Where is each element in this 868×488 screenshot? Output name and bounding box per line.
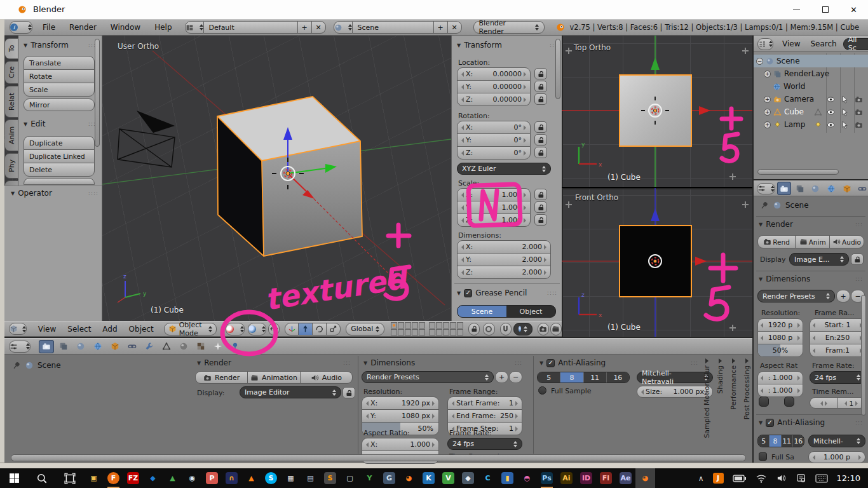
preset-add-button[interactable]: + <box>836 290 850 302</box>
rotation-y-field[interactable]: Y:0° <box>458 134 530 146</box>
aa-panel-header[interactable]: Anti-Aliasing::: <box>759 418 863 427</box>
rotation-mode-dropdown[interactable]: XYZ Euler <box>457 163 551 175</box>
duplicate-button[interactable]: Duplicate <box>24 137 94 149</box>
tray-expand-chevron[interactable]: ∧ <box>698 474 704 483</box>
snap-toggle-button[interactable] <box>500 323 512 336</box>
render-engine-selector[interactable]: Blender Render <box>473 21 545 34</box>
toolshelf-tab-animation[interactable]: Anim <box>5 119 18 151</box>
scale-x-lock[interactable] <box>534 189 547 200</box>
display-dropdown[interactable]: Image Editor <box>240 386 341 398</box>
panel-operator-header[interactable]: Operator:::: <box>11 189 98 198</box>
render-border-button[interactable] <box>483 323 494 336</box>
toolshelf-tab-create[interactable]: Cre <box>5 61 18 84</box>
scale-y-lock[interactable] <box>534 201 547 213</box>
rotate-button[interactable]: Rotate <box>24 70 94 83</box>
manipulator-rotate-button[interactable] <box>313 323 327 336</box>
render-panel-header[interactable]: Render::: <box>197 358 351 367</box>
taskbar-app-file-explorer[interactable]: ▣ <box>84 468 104 488</box>
viewport-camera-object[interactable] <box>118 111 175 167</box>
taskbar-app-steam[interactable]: ◉ <box>182 468 202 488</box>
taskbar-clock[interactable]: 12:10 <box>837 473 860 483</box>
scene-delete-button[interactable]: ✕ <box>448 21 462 34</box>
tab-render-layers[interactable] <box>793 182 807 195</box>
tray-battery-icon[interactable] <box>733 474 747 483</box>
render-panel-header[interactable]: Render::: <box>759 220 863 229</box>
tray-keyboard-icon[interactable] <box>815 474 828 483</box>
transform-orientation-dropdown[interactable]: Global <box>346 323 384 336</box>
layout-browse-button[interactable] <box>185 21 204 34</box>
location-y-lock[interactable] <box>534 81 547 92</box>
expand-icon[interactable]: + <box>764 121 771 128</box>
menu-window[interactable]: Window <box>108 23 143 32</box>
res-y-field[interactable]: 1080 p <box>758 332 803 344</box>
panel-performance[interactable]: Performance <box>728 358 740 454</box>
taskbar-app-firefox[interactable]: F <box>104 468 123 488</box>
scale-y-field[interactable]: Y:1.000 <box>458 201 530 214</box>
time-old-field[interactable] <box>810 398 837 409</box>
taskbar-app-calculator[interactable]: ▦ <box>281 468 301 488</box>
expand-icon[interactable]: + <box>764 96 771 103</box>
menu-file[interactable]: File <box>40 23 58 32</box>
border-checkbox[interactable] <box>759 396 769 407</box>
location-z-field[interactable]: Z:0.00000 <box>458 93 530 105</box>
taskbar-app-indesign[interactable]: ID <box>576 468 596 488</box>
tray-volume-icon[interactable] <box>776 473 787 483</box>
crop-checkbox[interactable] <box>784 396 794 407</box>
tab-data[interactable] <box>159 340 174 353</box>
collapse-icon[interactable]: − <box>756 58 763 65</box>
display-lock[interactable] <box>851 254 864 265</box>
tab-constraints[interactable] <box>855 182 868 195</box>
taskbar-app-media-app[interactable]: Y <box>360 468 379 488</box>
scale-x-field[interactable]: X:1.000 <box>458 189 530 201</box>
aa-samples-11[interactable]: 11 <box>782 435 792 447</box>
taskbar-app-c-app[interactable]: C <box>478 468 498 488</box>
menu-render[interactable]: Render <box>67 23 99 32</box>
view-menu[interactable]: View <box>36 325 58 334</box>
rotation-z-field[interactable]: Z:0° <box>458 147 530 159</box>
mirror-button[interactable]: Mirror <box>24 98 95 111</box>
taskbar-app-password-app[interactable]: ∩ <box>222 468 241 488</box>
tab-material[interactable] <box>176 340 191 353</box>
opengl-animation-button[interactable] <box>550 323 562 336</box>
pin-icon[interactable] <box>10 359 23 372</box>
viewport-shading-dropdown[interactable] <box>226 323 244 336</box>
tab-modifiers[interactable] <box>142 340 157 353</box>
translate-button[interactable]: Translate <box>24 57 94 69</box>
res-pct-slider[interactable]: 50% <box>758 344 803 356</box>
rotation-z-lock[interactable] <box>534 147 547 158</box>
aa-samples-16[interactable]: 16 <box>607 372 629 383</box>
toolshelf-tab-relations[interactable]: Relat <box>5 86 18 118</box>
lock-layers-button[interactable] <box>468 323 480 336</box>
aa-samples-8[interactable]: 8 <box>560 372 583 383</box>
full-sample-checkbox[interactable] <box>759 452 767 461</box>
renderability-camera-icon[interactable] <box>855 121 863 129</box>
frame-start-field[interactable]: Start Frame:1 <box>448 397 522 409</box>
res-y-field[interactable]: Y:1080 px <box>362 410 438 422</box>
preset-remove-button[interactable]: − <box>509 371 522 383</box>
location-z-lock[interactable] <box>534 93 547 105</box>
taskbar-app-green-app[interactable]: V <box>438 468 458 488</box>
layers-group-2[interactable] <box>429 322 463 336</box>
aa-filter-dropdown[interactable]: Mitchell- <box>808 435 865 447</box>
editor-type-selector-props[interactable] <box>757 183 775 194</box>
visibility-eye-icon[interactable] <box>827 95 835 104</box>
expand-icon[interactable]: + <box>764 109 771 116</box>
snap-element-dropdown[interactable] <box>513 323 532 336</box>
tray-wifi-icon[interactable] <box>756 474 767 483</box>
frame-end-field[interactable]: En:250 <box>810 332 865 344</box>
panel-edit-header[interactable]: Edit:::: <box>24 119 98 128</box>
taskbar-app-kdenlive[interactable]: K <box>419 468 438 488</box>
close-button[interactable]: ✕ <box>839 0 868 19</box>
rotation-y-lock[interactable] <box>534 134 547 146</box>
grease-pencil-checkbox[interactable] <box>464 289 472 297</box>
tab-world[interactable] <box>824 182 838 195</box>
taskbar-app-defender[interactable]: ◆ <box>458 468 478 488</box>
opengl-render-button[interactable] <box>538 323 549 336</box>
tab-render[interactable] <box>39 340 54 353</box>
panel-sampled-motion-blur[interactable]: Sampled Motion Blur <box>701 358 713 454</box>
outliner-scrollbar[interactable] <box>757 169 839 175</box>
taskbar-app-illustrator[interactable]: Ai <box>557 468 576 488</box>
manipulator-translate-button[interactable] <box>299 323 313 336</box>
render-animation-button[interactable]: Animation <box>248 372 299 383</box>
selectability-cursor-icon[interactable] <box>841 121 849 129</box>
